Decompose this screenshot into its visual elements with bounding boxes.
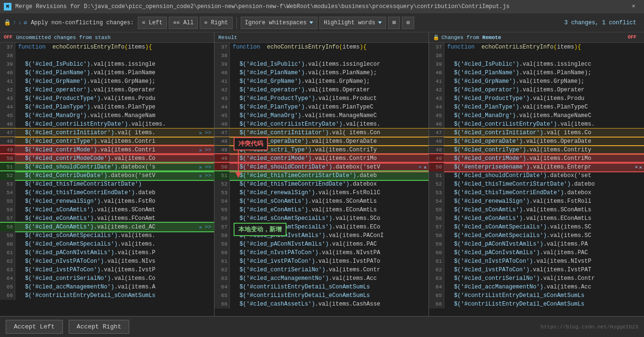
left-pane: OFF Uncommitted changes from stash 37fun… bbox=[0, 32, 215, 316]
table-row: 54 $('#cled_thisTimeContriEndDate').date… bbox=[0, 188, 214, 197]
table-row: 64 $('#cled_contriSerialNo').val(items.C… bbox=[0, 274, 214, 283]
table-row: 63 $('#cled_accManagementNo').val(items.… bbox=[215, 274, 429, 283]
table-row: 61 $('#cled_nIvstPAToCon').val(items.NIv… bbox=[429, 257, 644, 266]
table-row: 56 $('#cled_sConAmtLs').val(items.SConAm… bbox=[0, 206, 214, 214]
table-row: 47 $('#cled_contriInitiator').val( items… bbox=[0, 129, 214, 137]
middle-pane-content[interactable]: 冲突代码 本地变动，新增 37function echoContriLsEntr… bbox=[215, 43, 429, 316]
table-row: 55 $('#cled_renewalSign').val(items.FstR… bbox=[0, 197, 214, 206]
apply-left-button[interactable]: « Left bbox=[138, 17, 167, 29]
table-row: 66 $('#contriListEntryDetail_sConAmtSumL… bbox=[0, 291, 214, 300]
table-row: 54 $('#cled_sConAmtLs').val(items.SConAm… bbox=[215, 197, 429, 206]
added-x-icon[interactable]: ✕ bbox=[198, 164, 203, 170]
table-row: 46 $('#cled_contriListEntryDate').val(it… bbox=[0, 120, 214, 129]
table-row: 52 $('#cled_thisTimeContriStartDate').da… bbox=[429, 180, 644, 188]
table-row: 37function echoContriLsEntryInfo(items){ bbox=[429, 43, 644, 51]
left-code-area: 37function echoContriLsEntryInfo(items){… bbox=[0, 43, 214, 300]
chevron-down-icon2 bbox=[378, 21, 382, 24]
added-row-51-left: 51 $('#cled_shouldContriDate').datebox('… bbox=[0, 163, 214, 171]
toolbar-separator bbox=[236, 17, 237, 29]
window-title: Merge Revisions for D:\java_code\picc_op… bbox=[15, 3, 627, 10]
table-row: 54 $('#cled_renewalSign').val(items.FstR… bbox=[429, 197, 644, 206]
table-row: 61 $('#cled_pAConNIvstAmlLs').val(items.… bbox=[0, 248, 214, 257]
table-row: 52 $('#cled_thisTimeContriEndDate').date… bbox=[215, 180, 429, 188]
added-arr-icon3[interactable]: >> bbox=[204, 224, 212, 230]
added-row-58: 58 $('#cled_AConAmtLs').val(items.cled_A… bbox=[0, 223, 214, 231]
accept-left-button[interactable]: Accept Left bbox=[6, 320, 63, 334]
added-x-icon2[interactable]: ✕ bbox=[198, 173, 203, 179]
right-pane-content[interactable]: 37function echoContriLsEntryInfo(items){… bbox=[429, 43, 644, 316]
conflict-row-49-right: 49 $('#cled_contriMode').val(items.Contr… bbox=[429, 154, 644, 163]
table-row: 46 $('#cled_contriListEntryDate').val(it… bbox=[215, 120, 429, 129]
added-x-icon3[interactable]: ✕ bbox=[198, 224, 203, 230]
table-row: 44 $('#cled_PlanType').val(items.PlanTyp… bbox=[0, 103, 214, 111]
conflict-arr-icon[interactable]: >> bbox=[204, 147, 212, 153]
table-row: 45 $('#cled_ManaOrg').val(items.ManageNa… bbox=[429, 111, 644, 120]
table-row: 56 $('#cled_sConAmtSpecialLs').val(items… bbox=[215, 214, 429, 223]
table-row: 55 $('#cled_sConAmtLs').val(items.SConAm… bbox=[429, 206, 644, 214]
table-row: 64 $('#cled_accManagementNo').val(items.… bbox=[429, 283, 644, 291]
columns-button[interactable]: ⊞ bbox=[388, 17, 400, 29]
table-row: 39 $('#cled_IsPublic').val(items.issingl… bbox=[215, 60, 429, 69]
conflict-row-49-left: 49 $('#cled_contriMode').val(items.Contr… bbox=[0, 146, 214, 154]
table-row: 39 $('#cled_IsPublic').val(items.issingl… bbox=[0, 60, 214, 69]
table-row: 40 $('#cled_PlanName').val(items.PlanNam… bbox=[215, 69, 429, 77]
apply-right-button[interactable]: » Right bbox=[200, 17, 232, 29]
table-row: 43 $('#cled_ProductType').val(items.Prod… bbox=[429, 94, 644, 103]
action-arrow-icon[interactable]: >> bbox=[204, 130, 212, 136]
added-arr-icon[interactable]: >> bbox=[204, 164, 212, 170]
table-row: 43 $('#cled_ProductType').val(items.Prod… bbox=[215, 94, 429, 103]
apply-all-button[interactable]: «« All bbox=[169, 17, 198, 29]
table-row: 65 $('#cled_accManagementNo').val(items.… bbox=[0, 283, 214, 291]
table-row: 47 $('#cled_contriInitiator').val( items… bbox=[429, 129, 644, 137]
table-row: 37function echoContriLsEntryInfo(items){ bbox=[0, 43, 214, 51]
right-pane-header: 🔒 Changes from Remote OFF bbox=[429, 32, 644, 43]
local-change-annotation: 本地变动，新增 bbox=[234, 223, 286, 236]
left-pane-content[interactable]: 37function echoContriLsEntryInfo(items){… bbox=[0, 43, 214, 316]
up-arrow-icon: ↑ bbox=[13, 20, 16, 26]
table-row: 48 $('#cled_contriType').val(items.Contr… bbox=[429, 146, 644, 154]
lock-icon: 🔒 bbox=[4, 19, 11, 26]
conflict-row-50-mid: 50 $('#cled_shouldContriDate').datebox('… bbox=[215, 163, 429, 171]
table-row: 64 $('#contriListEntryDetail_sConAmtSumL… bbox=[215, 283, 429, 291]
table-row: 42 $('#cled_operator').val(items.Operate… bbox=[215, 86, 429, 94]
down-arrow-icon: ↓ bbox=[18, 20, 21, 26]
mid-conflict-x[interactable]: « bbox=[418, 164, 423, 170]
added-arr-icon2[interactable]: >> bbox=[204, 173, 212, 178]
chevron-down-icon bbox=[309, 21, 313, 24]
right-pane: 🔒 Changes from Remote OFF 37function ech… bbox=[429, 32, 644, 316]
table-row: 48 $('#cled_contriType').val(items.Contr… bbox=[0, 137, 214, 146]
middle-pane: Result 冲突代码 本地变动，新增 37function echoContr… bbox=[215, 32, 429, 316]
apply-icon: ⇌ bbox=[23, 19, 27, 26]
ignore-whitespaces-dropdown[interactable]: Ignore whitespaces bbox=[241, 17, 318, 29]
table-row: 40 $('#cled_PlanName').val(items.PlanNam… bbox=[0, 69, 214, 77]
left-pane-header: OFF Uncommitted changes from stash bbox=[0, 32, 214, 43]
ignore-whitespaces-label: Ignore whitespaces bbox=[245, 20, 307, 26]
table-row: 65 $('#contriListEntryDetail_sConAmtSumL… bbox=[429, 291, 644, 300]
table-row: 53 $('#cled_thisTimeContriEndDate').date… bbox=[429, 188, 644, 197]
table-row: 59 $('#cled_pAConNIvstAmlLs').val(items.… bbox=[429, 240, 644, 248]
right-off-label: OFF bbox=[628, 35, 636, 40]
watermark: https://blog.csdn.net/HyggeID23 bbox=[541, 324, 638, 330]
table-row: 41 $('#cled_GrpName').val(items.GrpName)… bbox=[0, 77, 214, 86]
table-row: 58 $('#cled_eConAmtSpecialLs').val(items… bbox=[429, 231, 644, 240]
middle-pane-title: Result bbox=[218, 35, 237, 40]
left-off-label: OFF bbox=[4, 35, 12, 40]
table-row: 61 $('#cled_ivstPAToCon').val(items.Ivst… bbox=[215, 257, 429, 266]
middle-pane-header: Result bbox=[215, 32, 429, 43]
close-button[interactable]: × bbox=[627, 0, 640, 13]
added-row-52-left: 52 $('#cled_ContriDueDate').datebox('set… bbox=[0, 171, 214, 180]
highlight-words-dropdown[interactable]: Highlight words bbox=[319, 17, 386, 29]
added-row-51-mid: 51 $('#cled_thisTimeContriStartDate').da… bbox=[215, 171, 429, 180]
table-row: 40 $('#cled_PlanName').val(items.PlanNam… bbox=[429, 69, 644, 77]
table-row: 42 $('#cled_operator').val(items.Operate… bbox=[0, 86, 214, 94]
conflict-row-50-left: 50 $('#cled_contriModeCode').val(items.C… bbox=[0, 154, 214, 163]
settings-button[interactable]: ⚙ bbox=[402, 17, 414, 29]
table-row: 65 $('#contriListEntryDetail_eConAmtSumL… bbox=[215, 291, 429, 300]
table-row: 45 $('#cled_ManaOrg').val(items.ManageNa… bbox=[215, 111, 429, 120]
accept-right-button[interactable]: Accept Right bbox=[69, 320, 130, 334]
action-x-icon[interactable]: ✕ bbox=[198, 130, 203, 136]
conflict-x-icon[interactable]: ✕ bbox=[198, 147, 203, 153]
table-row: 43 $('#cled_ProductType').val(items.Prod… bbox=[0, 94, 214, 103]
right-lock-icon: 🔒 bbox=[433, 34, 440, 40]
apply-label: Apply non-conflicting changes: bbox=[29, 20, 136, 26]
